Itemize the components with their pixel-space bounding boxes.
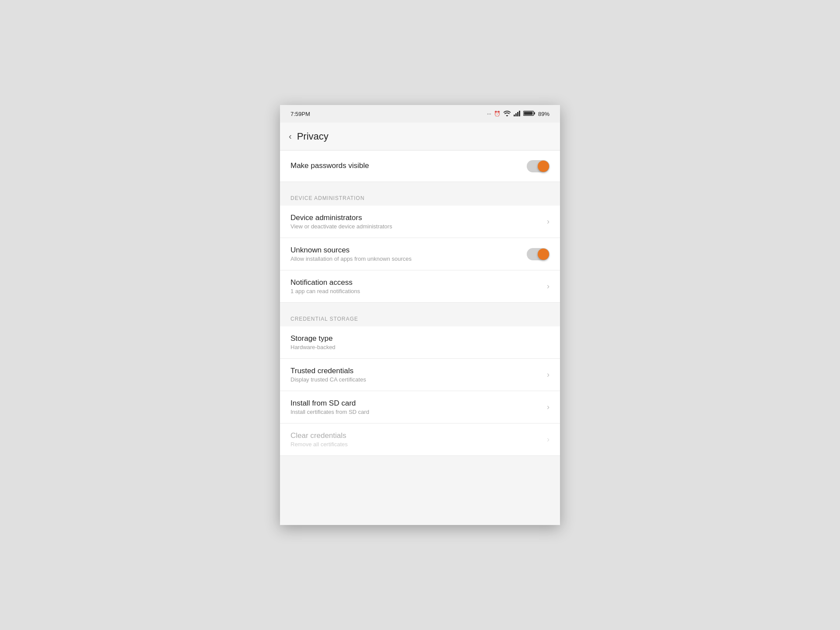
storage-type-row: Storage type Hardware-backed [280,326,560,359]
install-sd-card-chevron: › [547,402,550,412]
make-passwords-toggle[interactable] [527,160,550,172]
signal-icon [514,110,521,118]
page-header: ‹ Privacy [280,122,560,150]
status-dots: ··· [487,111,491,117]
storage-type-title: Storage type [290,334,550,343]
device-admin-subtitle: View or deactivate device administrators [290,223,547,230]
status-time: 7:59PM [290,111,310,117]
storage-type-subtitle: Hardware-backed [290,344,550,350]
notification-access-chevron: › [547,282,550,291]
make-passwords-visible-row[interactable]: Make passwords visible [280,150,560,182]
back-button[interactable]: ‹ [289,131,292,141]
device-admin-title: Device administrators [290,214,547,222]
trusted-credentials-chevron: › [547,370,550,379]
wifi-icon [503,110,511,118]
notification-access-title: Notification access [290,278,547,287]
notification-access-row[interactable]: Notification access 1 app can read notif… [280,270,560,303]
svg-rect-0 [514,115,515,116]
page-title: Privacy [297,131,329,142]
unknown-sources-subtitle: Allow installation of apps from unknown … [290,256,527,262]
device-admin-section-label: DEVICE ADMINISTRATION [280,186,560,206]
svg-rect-2 [517,112,518,116]
clear-credentials-chevron: › [547,435,550,444]
clear-credentials-row: Clear credentials Remove all certificate… [280,424,560,456]
trusted-credentials-title: Trusted credentials [290,367,547,375]
device-administrators-row[interactable]: Device administrators View or deactivate… [280,206,560,238]
alarm-icon: ⏰ [494,111,500,117]
install-sd-card-title: Install from SD card [290,399,547,408]
device-admin-chevron: › [547,217,550,226]
unknown-sources-row[interactable]: Unknown sources Allow installation of ap… [280,238,560,270]
clear-credentials-title: Clear credentials [290,431,547,440]
svg-rect-6 [524,112,532,115]
battery-percent: 89% [538,111,550,117]
unknown-sources-title: Unknown sources [290,246,527,255]
section-gap-1 [280,182,560,186]
unknown-sources-knob [538,248,549,260]
make-passwords-title: Make passwords visible [290,161,527,170]
status-bar: 7:59PM ··· ⏰ [280,105,560,122]
trusted-credentials-row[interactable]: Trusted credentials Display trusted CA c… [280,359,560,391]
svg-rect-1 [515,113,517,116]
unknown-sources-toggle[interactable] [527,248,550,260]
phone-frame: 7:59PM ··· ⏰ [280,105,560,525]
notification-access-subtitle: 1 app can read notifications [290,288,547,294]
section-gap-2 [280,303,560,307]
battery-icon [523,110,536,118]
toggle-knob [538,161,549,172]
credential-storage-section-label: CREDENTIAL STORAGE [280,307,560,326]
status-icons: ··· ⏰ [487,110,550,118]
settings-content: Make passwords visible DEVICE ADMINISTRA… [280,150,560,456]
clear-credentials-subtitle: Remove all certificates [290,441,547,448]
install-sd-card-subtitle: Install certificates from SD card [290,409,547,415]
install-sd-card-row[interactable]: Install from SD card Install certificate… [280,391,560,424]
back-arrow-icon: ‹ [289,131,292,141]
trusted-credentials-subtitle: Display trusted CA certificates [290,376,547,383]
svg-rect-3 [519,111,520,116]
svg-rect-5 [534,112,535,114]
